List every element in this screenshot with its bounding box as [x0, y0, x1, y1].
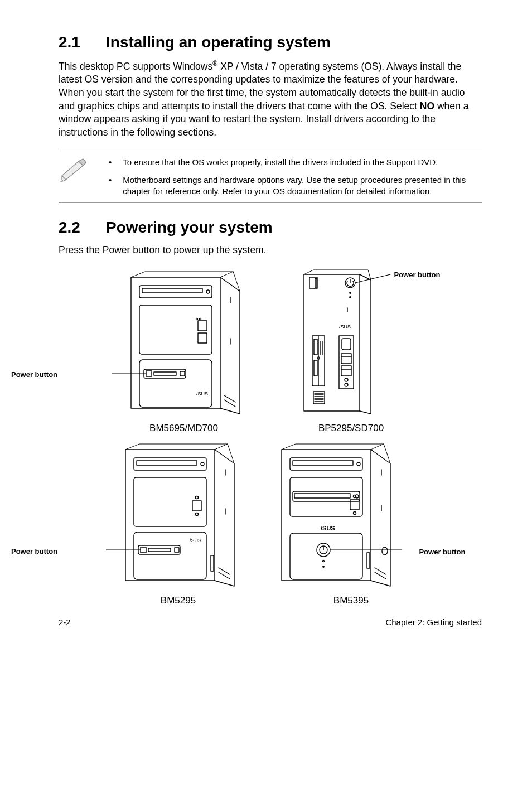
svg-rect-38 — [341, 366, 351, 376]
diagram-bm5695: /SUS BM5695/MD700 — [112, 266, 257, 434]
svg-rect-70 — [293, 461, 353, 465]
svg-text:/SUS: /SUS — [321, 525, 335, 532]
svg-rect-10 — [146, 371, 152, 376]
svg-rect-73 — [293, 491, 360, 501]
note-item: • To ensure that the OS works properly, … — [109, 157, 476, 168]
bullet: • — [109, 175, 112, 197]
note-text: Motherboard settings and hardware option… — [123, 175, 476, 197]
svg-point-24 — [349, 297, 350, 298]
svg-rect-11 — [154, 372, 176, 375]
svg-point-91 — [382, 547, 388, 555]
section-title: Powering your system — [106, 219, 273, 236]
section1-paragraph: This desktop PC supports Windows® XP / V… — [59, 59, 482, 139]
svg-point-78 — [353, 512, 356, 515]
svg-point-2 — [206, 290, 210, 293]
svg-text:/SUS: /SUS — [196, 391, 208, 397]
svg-text:/SUS: /SUS — [339, 324, 351, 330]
diagram-row-1: Power button — [59, 266, 482, 434]
svg-point-85 — [322, 566, 323, 567]
diagram-bm5295: /SUS BM5295 — [106, 438, 251, 606]
svg-rect-50 — [134, 458, 206, 470]
section-number: 2.2 — [59, 219, 106, 236]
diagram-row-2: Power button — [59, 438, 482, 606]
svg-rect-53 — [134, 477, 206, 526]
svg-rect-69 — [290, 458, 362, 470]
svg-point-55 — [195, 496, 198, 499]
chapter-label: Chapter 2: Getting started — [385, 617, 482, 627]
svg-point-52 — [201, 462, 204, 466]
svg-rect-29 — [314, 339, 317, 355]
svg-point-56 — [195, 513, 198, 516]
note-list: • To ensure that the OS works properly, … — [109, 157, 476, 197]
svg-point-40 — [345, 378, 348, 381]
svg-rect-1 — [142, 288, 202, 293]
section2-paragraph: Press the Power button to power up the s… — [59, 244, 482, 256]
svg-line-49 — [355, 274, 390, 283]
svg-rect-54 — [192, 501, 201, 511]
svg-rect-60 — [141, 547, 146, 553]
svg-point-7 — [199, 318, 201, 320]
svg-rect-12 — [180, 371, 185, 376]
svg-rect-36 — [341, 354, 351, 364]
svg-point-41 — [345, 383, 348, 386]
svg-point-71 — [357, 462, 360, 466]
section-heading: 2.1Installing an operating system — [59, 33, 482, 51]
diagram-caption: BM5295 — [106, 595, 251, 606]
note-block: • To ensure that the OS works properly, … — [59, 151, 482, 204]
power-button-label: Power button — [419, 548, 465, 556]
diagram-caption: BP5295/SD700 — [273, 423, 429, 434]
section-heading: 2.2Powering your system — [59, 219, 482, 236]
section-number: 2.1 — [59, 33, 106, 51]
note-item: • Motherboard settings and hardware opti… — [109, 175, 476, 197]
note-text: To ensure that the OS works properly, in… — [123, 157, 438, 168]
svg-point-23 — [349, 292, 350, 293]
page-number: 2-2 — [59, 617, 71, 627]
svg-rect-63 — [211, 555, 214, 571]
svg-text:/SUS: /SUS — [190, 538, 201, 543]
svg-rect-51 — [137, 461, 197, 465]
pencil-icon — [59, 158, 92, 183]
svg-rect-74 — [294, 494, 350, 498]
svg-rect-62 — [175, 548, 179, 552]
svg-rect-35 — [342, 339, 351, 350]
svg-rect-72 — [290, 477, 362, 516]
svg-point-77 — [353, 495, 356, 498]
diagram-caption: BM5395 — [268, 595, 435, 606]
power-button-label: Power button — [11, 370, 57, 379]
svg-point-6 — [196, 318, 197, 320]
bullet: • — [109, 157, 112, 168]
diagram-bp5295: Power button /SUS — [273, 266, 429, 434]
svg-rect-86 — [367, 553, 370, 568]
svg-rect-22 — [315, 278, 317, 287]
svg-rect-0 — [139, 286, 212, 298]
section-title: Installing an operating system — [106, 33, 331, 51]
svg-rect-61 — [148, 548, 171, 552]
page-footer: 2-2 Chapter 2: Getting started — [59, 617, 482, 627]
diagram-caption: BM5695/MD700 — [112, 423, 257, 434]
svg-rect-30 — [314, 360, 317, 376]
diagram-bm5395: Power button — [268, 438, 435, 606]
svg-rect-3 — [139, 305, 212, 354]
svg-rect-21 — [309, 277, 317, 288]
svg-rect-4 — [198, 321, 207, 331]
svg-point-84 — [322, 561, 324, 562]
svg-rect-5 — [198, 333, 207, 343]
power-button-label: Power button — [394, 270, 440, 279]
svg-rect-8 — [139, 360, 212, 407]
power-button-label: Power button — [11, 547, 57, 555]
